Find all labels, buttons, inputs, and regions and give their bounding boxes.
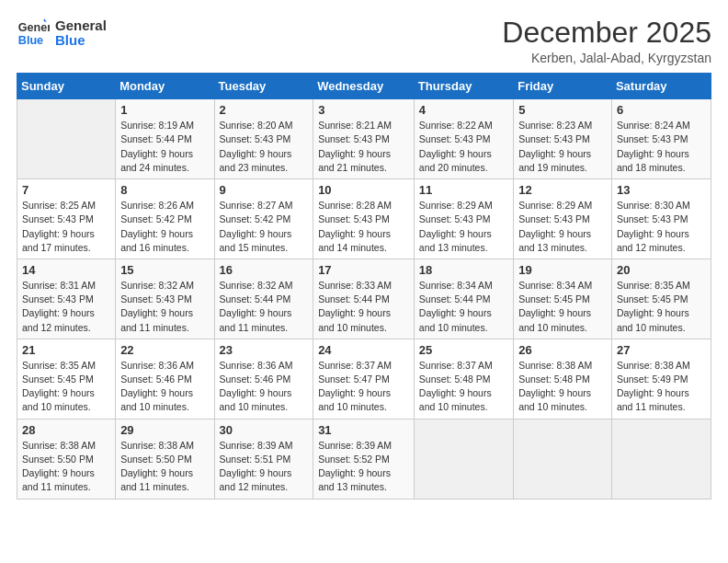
day-number: 24	[318, 343, 409, 357]
calendar-cell: 25Sunrise: 8:37 AMSunset: 5:48 PMDayligh…	[414, 339, 513, 419]
day-info: Sunrise: 8:37 AMSunset: 5:48 PMDaylight:…	[419, 359, 508, 415]
calendar-table: Sunday Monday Tuesday Wednesday Thursday…	[17, 73, 711, 499]
calendar-header: Sunday Monday Tuesday Wednesday Thursday…	[17, 74, 711, 99]
header-wednesday: Wednesday	[313, 74, 415, 99]
header-friday: Friday	[514, 74, 612, 99]
day-info: Sunrise: 8:20 AMSunset: 5:43 PMDaylight:…	[220, 119, 309, 175]
calendar-cell	[611, 419, 711, 499]
logo-blue: Blue	[55, 33, 107, 49]
calendar-cell: 21Sunrise: 8:35 AMSunset: 5:45 PMDayligh…	[17, 339, 116, 419]
calendar-cell: 26Sunrise: 8:38 AMSunset: 5:48 PMDayligh…	[514, 339, 612, 419]
day-number: 30	[220, 423, 309, 437]
day-number: 5	[518, 103, 607, 117]
day-info: Sunrise: 8:31 AMSunset: 5:43 PMDaylight:…	[22, 279, 110, 335]
calendar-cell: 27Sunrise: 8:38 AMSunset: 5:49 PMDayligh…	[611, 339, 711, 419]
weekday-header-row: Sunday Monday Tuesday Wednesday Thursday…	[17, 74, 711, 99]
logo-general: General	[55, 18, 107, 34]
day-info: Sunrise: 8:25 AMSunset: 5:43 PMDaylight:…	[22, 199, 110, 255]
day-info: Sunrise: 8:38 AMSunset: 5:48 PMDaylight:…	[518, 359, 607, 415]
day-number: 10	[318, 183, 409, 197]
day-info: Sunrise: 8:19 AMSunset: 5:44 PMDaylight:…	[120, 119, 209, 175]
calendar-body: 1Sunrise: 8:19 AMSunset: 5:44 PMDaylight…	[17, 99, 711, 499]
day-number: 12	[518, 183, 607, 197]
calendar-cell: 19Sunrise: 8:34 AMSunset: 5:45 PMDayligh…	[514, 259, 612, 339]
day-number: 25	[419, 343, 508, 357]
day-number: 23	[220, 343, 309, 357]
day-number: 11	[419, 183, 508, 197]
day-info: Sunrise: 8:26 AMSunset: 5:42 PMDaylight:…	[120, 199, 209, 255]
calendar-cell: 10Sunrise: 8:28 AMSunset: 5:43 PMDayligh…	[313, 179, 415, 259]
day-number: 3	[318, 103, 409, 117]
calendar-cell	[17, 99, 116, 179]
day-number: 8	[120, 183, 209, 197]
main-title: December 2025	[502, 17, 711, 49]
svg-marker-2	[44, 18, 47, 22]
logo: General Blue General Blue	[17, 17, 107, 50]
day-info: Sunrise: 8:35 AMSunset: 5:45 PMDaylight:…	[617, 279, 706, 335]
calendar-week-row: 14Sunrise: 8:31 AMSunset: 5:43 PMDayligh…	[17, 259, 711, 339]
calendar-cell: 18Sunrise: 8:34 AMSunset: 5:44 PMDayligh…	[414, 259, 513, 339]
day-number: 22	[120, 343, 209, 357]
day-info: Sunrise: 8:24 AMSunset: 5:43 PMDaylight:…	[617, 119, 706, 175]
day-number: 17	[318, 263, 409, 277]
day-number: 21	[22, 343, 110, 357]
day-info: Sunrise: 8:36 AMSunset: 5:46 PMDaylight:…	[220, 359, 309, 415]
calendar-cell: 9Sunrise: 8:27 AMSunset: 5:42 PMDaylight…	[214, 179, 313, 259]
day-number: 18	[419, 263, 508, 277]
calendar-cell: 16Sunrise: 8:32 AMSunset: 5:44 PMDayligh…	[214, 259, 313, 339]
day-info: Sunrise: 8:33 AMSunset: 5:44 PMDaylight:…	[318, 279, 409, 335]
day-number: 15	[120, 263, 209, 277]
day-info: Sunrise: 8:37 AMSunset: 5:47 PMDaylight:…	[318, 359, 409, 415]
calendar-cell: 29Sunrise: 8:38 AMSunset: 5:50 PMDayligh…	[116, 419, 214, 499]
day-info: Sunrise: 8:29 AMSunset: 5:43 PMDaylight:…	[518, 199, 607, 255]
day-info: Sunrise: 8:22 AMSunset: 5:43 PMDaylight:…	[419, 119, 508, 175]
calendar-cell: 17Sunrise: 8:33 AMSunset: 5:44 PMDayligh…	[313, 259, 415, 339]
calendar-cell	[514, 419, 612, 499]
day-number: 7	[22, 183, 110, 197]
header-monday: Monday	[116, 74, 214, 99]
day-number: 9	[220, 183, 309, 197]
calendar-cell: 6Sunrise: 8:24 AMSunset: 5:43 PMDaylight…	[611, 99, 711, 179]
day-number: 1	[120, 103, 209, 117]
header: General Blue General Blue December 2025 …	[17, 17, 711, 65]
calendar-cell: 14Sunrise: 8:31 AMSunset: 5:43 PMDayligh…	[17, 259, 116, 339]
calendar-cell: 15Sunrise: 8:32 AMSunset: 5:43 PMDayligh…	[116, 259, 214, 339]
calendar-cell	[414, 419, 513, 499]
svg-text:General: General	[18, 21, 50, 34]
day-info: Sunrise: 8:38 AMSunset: 5:49 PMDaylight:…	[617, 359, 706, 415]
calendar-week-row: 7Sunrise: 8:25 AMSunset: 5:43 PMDaylight…	[17, 179, 711, 259]
calendar-week-row: 28Sunrise: 8:38 AMSunset: 5:50 PMDayligh…	[17, 419, 711, 499]
day-number: 27	[617, 343, 706, 357]
day-number: 20	[617, 263, 706, 277]
calendar-cell: 28Sunrise: 8:38 AMSunset: 5:50 PMDayligh…	[17, 419, 116, 499]
calendar-cell: 13Sunrise: 8:30 AMSunset: 5:43 PMDayligh…	[611, 179, 711, 259]
calendar-cell: 8Sunrise: 8:26 AMSunset: 5:42 PMDaylight…	[116, 179, 214, 259]
title-block: December 2025 Kerben, Jalal-Abad, Kyrgyz…	[502, 17, 711, 65]
calendar-week-row: 21Sunrise: 8:35 AMSunset: 5:45 PMDayligh…	[17, 339, 711, 419]
day-number: 4	[419, 103, 508, 117]
calendar-cell: 3Sunrise: 8:21 AMSunset: 5:43 PMDaylight…	[313, 99, 415, 179]
calendar-cell: 12Sunrise: 8:29 AMSunset: 5:43 PMDayligh…	[514, 179, 612, 259]
day-number: 16	[220, 263, 309, 277]
logo-icon: General Blue	[17, 17, 50, 50]
calendar-cell: 5Sunrise: 8:23 AMSunset: 5:43 PMDaylight…	[514, 99, 612, 179]
day-info: Sunrise: 8:38 AMSunset: 5:50 PMDaylight:…	[22, 439, 110, 495]
day-info: Sunrise: 8:30 AMSunset: 5:43 PMDaylight:…	[617, 199, 706, 255]
subtitle: Kerben, Jalal-Abad, Kyrgyzstan	[502, 51, 711, 65]
day-number: 31	[318, 423, 409, 437]
day-info: Sunrise: 8:39 AMSunset: 5:51 PMDaylight:…	[220, 439, 309, 495]
day-number: 6	[617, 103, 706, 117]
day-info: Sunrise: 8:27 AMSunset: 5:42 PMDaylight:…	[220, 199, 309, 255]
day-info: Sunrise: 8:32 AMSunset: 5:43 PMDaylight:…	[120, 279, 209, 335]
day-info: Sunrise: 8:32 AMSunset: 5:44 PMDaylight:…	[220, 279, 309, 335]
calendar-cell: 22Sunrise: 8:36 AMSunset: 5:46 PMDayligh…	[116, 339, 214, 419]
calendar-cell: 7Sunrise: 8:25 AMSunset: 5:43 PMDaylight…	[17, 179, 116, 259]
day-number: 13	[617, 183, 706, 197]
day-number: 14	[22, 263, 110, 277]
calendar-cell: 30Sunrise: 8:39 AMSunset: 5:51 PMDayligh…	[214, 419, 313, 499]
header-sunday: Sunday	[17, 74, 116, 99]
svg-text:Blue: Blue	[18, 34, 43, 47]
day-info: Sunrise: 8:35 AMSunset: 5:45 PMDaylight:…	[22, 359, 110, 415]
calendar-week-row: 1Sunrise: 8:19 AMSunset: 5:44 PMDaylight…	[17, 99, 711, 179]
calendar-cell: 24Sunrise: 8:37 AMSunset: 5:47 PMDayligh…	[313, 339, 415, 419]
